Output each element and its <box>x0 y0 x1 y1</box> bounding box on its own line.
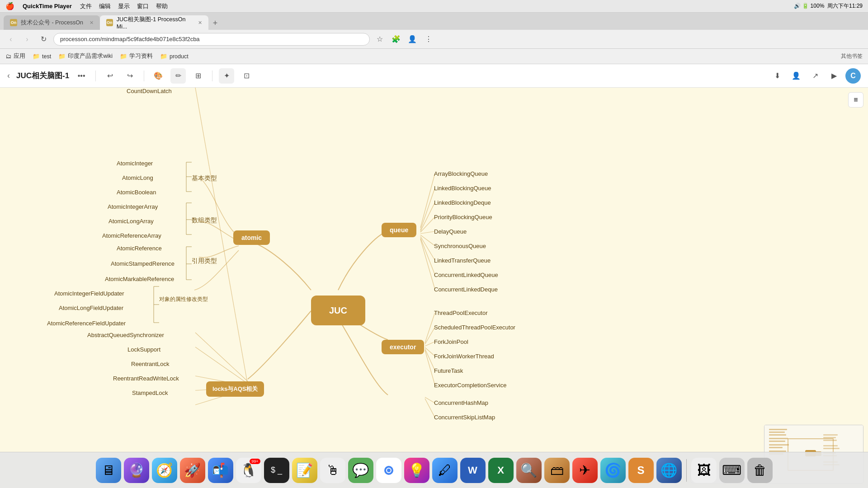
svg-rect-50 <box>823 437 836 438</box>
dock-scroll[interactable]: 🌀 <box>600 458 626 483</box>
dock-keyboard[interactable]: ⌨ <box>719 458 745 483</box>
svg-line-13 <box>425 349 435 371</box>
select-button[interactable]: ✦ <box>219 68 234 84</box>
svg-line-3 <box>420 217 435 232</box>
leaf-locksupport: LockSupport <box>127 346 160 353</box>
play-button[interactable]: ▶ <box>826 68 842 84</box>
grid-button[interactable]: ⊡ <box>239 68 254 84</box>
share-user-button[interactable]: 👤 <box>788 68 804 84</box>
menu-help[interactable]: 帮助 <box>156 2 168 10</box>
dock-terminal[interactable]: $ _ <box>264 458 289 483</box>
close-tab-0[interactable]: ✕ <box>90 20 94 26</box>
other-bookmarks[interactable]: 其他书签 <box>841 52 863 60</box>
user-avatar[interactable]: C <box>845 68 861 84</box>
svg-line-2 <box>420 202 435 231</box>
toolbar-sep-2 <box>144 70 144 81</box>
dock-pencil[interactable]: 🖊 <box>432 458 458 483</box>
dock-qq[interactable]: 🐧99+ <box>236 458 261 483</box>
dock-excel[interactable]: X <box>488 458 514 483</box>
dock-slides[interactable]: S <box>628 458 654 483</box>
menu-button[interactable]: ⋮ <box>422 33 435 46</box>
menu-file[interactable]: 文件 <box>80 2 92 10</box>
leaf-atomicboolean: AtomicBoolean <box>117 189 156 196</box>
pencil-button[interactable]: ✏ <box>170 68 186 84</box>
bookmark-test[interactable]: 📁 test <box>33 53 51 60</box>
sidebar-toggle[interactable]: ≡ <box>848 92 863 108</box>
leaf-concurrentskiplistmap: ConcurrentSkipListMap <box>434 414 495 421</box>
dock-finder[interactable]: 🖥 <box>96 458 121 483</box>
svg-line-4 <box>420 231 435 234</box>
tab-0[interactable]: On 技术公众号 - ProcessOn ✕ <box>4 15 100 30</box>
bookmark-wiki[interactable]: 📁 印度产品需求wiki <box>58 52 113 60</box>
dock-siri[interactable]: 🔮 <box>124 458 149 483</box>
leaf-atomicintegerfieldupdater: AtomicIntegerFieldUpdater <box>54 290 124 297</box>
folder-icon-wiki: 📁 <box>58 53 66 60</box>
branch-executor[interactable]: executor <box>382 340 424 354</box>
bookmark-test-label: test <box>42 53 51 60</box>
redo-button[interactable]: ↪ <box>122 68 137 84</box>
back-to-list-button[interactable]: ‹ <box>7 71 10 80</box>
leaf-reentrantreadwritelock: ReentrantReadWriteLock <box>113 375 179 382</box>
branch-locks[interactable]: locks与AQS相关 <box>206 381 264 397</box>
reload-button[interactable]: ↻ <box>37 33 50 46</box>
bookmark-study[interactable]: 📁 学习资料 <box>120 52 153 60</box>
dock-word[interactable]: W <box>460 458 486 483</box>
address-input[interactable]: processon.com/mindmap/5c9facfde4b071e8c5… <box>53 33 370 46</box>
download-button[interactable]: ⬇ <box>769 68 785 84</box>
dock-search[interactable]: 🔍 <box>516 458 542 483</box>
branch-queue[interactable]: queue <box>382 223 416 237</box>
dock-browser2[interactable]: 🌐 <box>656 458 682 483</box>
menu-window[interactable]: 窗口 <box>137 2 149 10</box>
app-name[interactable]: QuickTime Player <box>23 3 72 9</box>
more-options-button[interactable]: ••• <box>74 68 89 84</box>
apps-icon: 🗂 <box>5 53 11 60</box>
svg-rect-49 <box>823 434 838 436</box>
back-button[interactable]: ‹ <box>5 33 17 46</box>
mac-menubar: 🍎 QuickTime Player 文件 编辑 显示 窗口 帮助 🔊 🔋 10… <box>0 0 868 13</box>
dock-mail[interactable]: 📬 <box>208 458 233 483</box>
dock-notes[interactable]: 📝 <box>292 458 317 483</box>
dock-preview[interactable]: 🖼 <box>691 458 717 483</box>
layout-button[interactable]: ⊞ <box>190 68 206 84</box>
new-tab-button[interactable]: + <box>208 16 222 30</box>
branch-atomic[interactable]: atomic <box>233 230 270 245</box>
share-button[interactable]: ↗ <box>807 68 823 84</box>
apple-menu[interactable]: 🍎 <box>5 2 14 10</box>
svg-line-5 <box>420 235 435 246</box>
leaf-atomicreferencearray: AtomicReferenceArray <box>102 232 161 239</box>
leaf-atomiclongarray: AtomicLongArray <box>108 218 154 225</box>
menu-view[interactable]: 显示 <box>118 2 130 10</box>
svg-line-1 <box>420 188 435 230</box>
dock-launchpad[interactable]: 🚀 <box>180 458 205 483</box>
close-tab-1[interactable]: ✕ <box>198 20 202 26</box>
dock-cursor[interactable]: 🖱 <box>320 458 345 483</box>
dock-wechat[interactable]: 💬 <box>348 458 373 483</box>
dock-files[interactable]: 🗃 <box>544 458 570 483</box>
forward-button[interactable]: › <box>21 33 33 46</box>
bookmark-apps[interactable]: 🗂 应用 <box>5 52 25 60</box>
profile-button[interactable]: 👤 <box>406 33 419 46</box>
extensions-button[interactable]: 🧩 <box>390 33 402 46</box>
dock-intellij[interactable]: 💡 <box>404 458 429 483</box>
tab-1[interactable]: On JUC相关脑图-1 ProcessOn Mi... ✕ <box>100 15 208 30</box>
folder-icon-test: 📁 <box>33 53 40 60</box>
svg-rect-39 <box>769 429 787 430</box>
undo-button[interactable]: ↩ <box>102 68 118 84</box>
center-node-juc[interactable]: JUC <box>311 296 365 325</box>
qq-badge: 99+ <box>250 459 260 464</box>
bookmark-wiki-label: 印度产品需求wiki <box>68 52 113 60</box>
mindmap-canvas[interactable]: JUC atomic 基本类型 AtomicInteger AtomicLong… <box>0 88 868 488</box>
svg-line-10 <box>425 327 435 344</box>
style-button[interactable]: 🎨 <box>151 68 166 84</box>
menu-edit[interactable]: 编辑 <box>99 2 111 10</box>
leaf-countdownlatch: CountDownLatch <box>127 88 172 94</box>
svg-line-9 <box>425 313 435 343</box>
dock-trash[interactable]: 🗑 <box>747 458 773 483</box>
bookmark-product[interactable]: 📁 product <box>160 53 189 60</box>
dock-filezilla[interactable]: ✈ <box>572 458 598 483</box>
dock-safari[interactable]: 🧭 <box>152 458 177 483</box>
app-toolbar: ‹ JUC相关脑图-1 ••• ↩ ↪ 🎨 ✏ ⊞ ✦ ⊡ ⬇ 👤 ↗ ▶ C <box>0 64 868 88</box>
bookmark-star[interactable]: ☆ <box>373 33 386 46</box>
svg-rect-41 <box>769 434 786 436</box>
dock-chrome[interactable] <box>376 458 401 483</box>
